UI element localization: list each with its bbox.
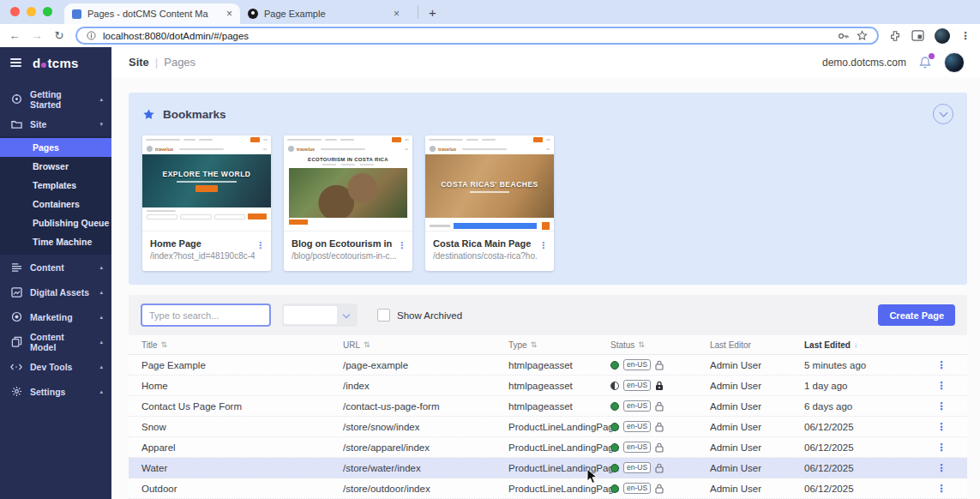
table-row[interactable]: Apparel /store/apparel/index ProductLine… xyxy=(129,437,967,458)
bookmark-menu-icon[interactable]: ⋮ xyxy=(256,240,265,251)
close-window-button[interactable] xyxy=(10,7,20,16)
cell-title[interactable]: Water xyxy=(141,463,343,473)
breadcrumb-site[interactable]: Site xyxy=(129,56,149,69)
maximize-window-button[interactable] xyxy=(43,7,52,16)
bookmark-star-icon[interactable] xyxy=(857,30,868,41)
password-key-icon[interactable] xyxy=(838,31,850,41)
column-header-status[interactable]: Status⇅ xyxy=(610,340,710,350)
bookmark-card-costa-rica[interactable]: travelux COSTA RICAS' BEACHES Costa Rica… xyxy=(425,135,554,271)
cell-title[interactable]: Outdoor xyxy=(141,484,343,494)
bookmark-card-blog-ecotourism[interactable]: travelux ECOTOURISM IN COSTA RICA Blog o… xyxy=(284,135,412,271)
list-icon xyxy=(10,262,22,272)
hamburger-menu-icon[interactable] xyxy=(10,58,21,67)
back-icon[interactable]: ← xyxy=(9,29,21,42)
sidebar-item-settings[interactable]: Settings ▴ xyxy=(0,379,111,404)
extensions-icon[interactable] xyxy=(889,30,901,42)
row-menu-icon[interactable]: ⋮ xyxy=(916,359,967,371)
bookmark-thumbnail: travelux ECOTOURISM IN COSTA RICA xyxy=(284,135,412,231)
sidebar-item-time-machine[interactable]: Time Machine xyxy=(0,232,111,251)
table-row-hovered[interactable]: Water /store/water/index ProductLineLand… xyxy=(129,458,967,478)
table-row[interactable]: Outdoor /store/outdoor/index ProductLine… xyxy=(129,478,967,499)
table-row[interactable]: Contact Us Page Form /contact-us-page-fo… xyxy=(129,396,967,417)
tab-close-icon[interactable]: × xyxy=(226,9,232,19)
sidebar-item-publishing-queue[interactable]: Publishing Queue xyxy=(0,213,111,232)
tab-close-icon[interactable]: × xyxy=(394,9,400,19)
cell-title[interactable]: Page Example xyxy=(141,360,343,370)
row-menu-icon[interactable]: ⋮ xyxy=(916,400,967,412)
window-controls[interactable] xyxy=(10,7,52,16)
bookmark-title[interactable]: Home Page xyxy=(150,238,251,249)
user-avatar[interactable] xyxy=(944,52,965,73)
travelux-brand: travelux xyxy=(438,147,456,152)
sidebar-item-getting-started[interactable]: Getting Started ▴ xyxy=(0,87,111,111)
table-row[interactable]: Page Example /page-example htmlpageasset… xyxy=(129,355,967,376)
column-header-title[interactable]: Title⇅ xyxy=(141,340,343,350)
breadcrumb-page: Pages xyxy=(164,56,195,69)
column-header-url[interactable]: URL⇅ xyxy=(343,340,508,350)
search-input[interactable] xyxy=(141,304,271,327)
cell-title[interactable]: Home xyxy=(141,381,343,391)
bookmark-title[interactable]: Blog on Ecotourism in Cost... xyxy=(292,238,393,249)
sidebar-item-marketing[interactable]: Marketing ▴ xyxy=(0,304,111,329)
code-icon xyxy=(10,363,22,371)
sidebar-item-digital-assets[interactable]: Digital Assets ▴ xyxy=(0,280,111,304)
row-menu-icon[interactable]: ⋮ xyxy=(916,380,967,392)
tab-search-icon[interactable] xyxy=(911,30,924,41)
show-archived-checkbox[interactable] xyxy=(377,309,390,322)
row-menu-icon[interactable]: ⋮ xyxy=(916,483,967,495)
site-submenu: Pages Browser Templates Containers Publi… xyxy=(0,136,111,255)
row-menu-icon[interactable]: ⋮ xyxy=(916,421,967,433)
forward-icon[interactable]: → xyxy=(31,29,43,42)
current-site-host[interactable]: demo.dotcms.com xyxy=(822,57,906,69)
browser-profile-avatar[interactable] xyxy=(935,28,950,44)
sidebar-item-dev-tools[interactable]: Dev Tools ▴ xyxy=(0,354,111,379)
sidebar-item-templates[interactable]: Templates xyxy=(0,176,111,195)
sidebar-item-site[interactable]: Site ▾ xyxy=(0,111,111,136)
sidebar-item-content[interactable]: Content ▴ xyxy=(0,255,111,280)
sort-icon[interactable]: ⇅ xyxy=(531,340,538,349)
bookmarks-collapse-button[interactable] xyxy=(933,104,953,124)
travelux-brand: travelux xyxy=(155,147,173,152)
sidebar-item-browser[interactable]: Browser xyxy=(0,157,111,176)
cell-status: en-US xyxy=(610,421,710,432)
sort-icon[interactable]: ⇅ xyxy=(364,340,370,349)
new-tab-button[interactable]: + xyxy=(418,5,436,19)
bookmark-menu-icon[interactable]: ⋮ xyxy=(397,240,406,251)
table-row[interactable]: Home /index htmlpageasset en-US Admin Us… xyxy=(129,376,967,396)
sort-desc-icon[interactable]: ↓ xyxy=(854,340,858,349)
browser-tab-page-example[interactable]: Page Example × xyxy=(240,3,407,24)
sidebar-item-containers[interactable]: Containers xyxy=(0,195,111,213)
sort-icon[interactable]: ⇅ xyxy=(638,340,645,349)
cell-title[interactable]: Apparel xyxy=(141,442,343,453)
row-menu-icon[interactable]: ⋮ xyxy=(916,462,967,474)
reload-icon[interactable]: ↻ xyxy=(53,29,65,42)
bookmark-card-home-page[interactable]: travelux EXPLORE THE WORLD xyxy=(142,135,271,271)
sidebar-item-content-model[interactable]: Content Model ▴ xyxy=(0,329,111,354)
minimize-window-button[interactable] xyxy=(27,7,36,16)
target-icon xyxy=(10,311,22,322)
create-page-button[interactable]: Create Page xyxy=(878,304,955,326)
table-row[interactable]: Snow /store/snow/index ProductLineLandin… xyxy=(129,417,967,437)
browser-tab-pages[interactable]: Pages - dotCMS Content Ma × xyxy=(64,3,240,24)
bookmark-menu-icon[interactable]: ⋮ xyxy=(538,240,548,251)
bookmark-title[interactable]: Costa Rica Main Page xyxy=(433,238,534,249)
browser-menu-icon[interactable]: ⋮ xyxy=(960,30,971,42)
url-text: localhost:8080/dotAdmin/#/pages xyxy=(103,31,831,41)
travelux-logo-icon xyxy=(147,146,153,152)
row-menu-icon[interactable]: ⋮ xyxy=(916,442,967,454)
language-badge: en-US xyxy=(623,359,651,370)
cell-title[interactable]: Contact Us Page Form xyxy=(141,401,343,412)
sidebar-item-pages[interactable]: Pages xyxy=(0,138,111,157)
bookmarks-star-icon xyxy=(142,108,155,121)
sort-icon[interactable]: ⇅ xyxy=(161,340,168,349)
cell-title[interactable]: Snow xyxy=(141,422,343,432)
notifications-bell-icon[interactable] xyxy=(918,56,932,69)
column-header-type[interactable]: Type⇅ xyxy=(508,340,610,350)
language-dropdown[interactable] xyxy=(282,304,358,327)
column-header-last-editor[interactable]: Last Editor xyxy=(710,340,804,350)
cell-editor: Admin User xyxy=(710,463,804,473)
site-info-icon[interactable] xyxy=(87,31,96,40)
cell-url: /store/water/index xyxy=(343,463,508,473)
column-header-last-edited[interactable]: Last Edited↓ xyxy=(804,340,916,350)
address-bar[interactable]: localhost:8080/dotAdmin/#/pages xyxy=(75,27,879,45)
